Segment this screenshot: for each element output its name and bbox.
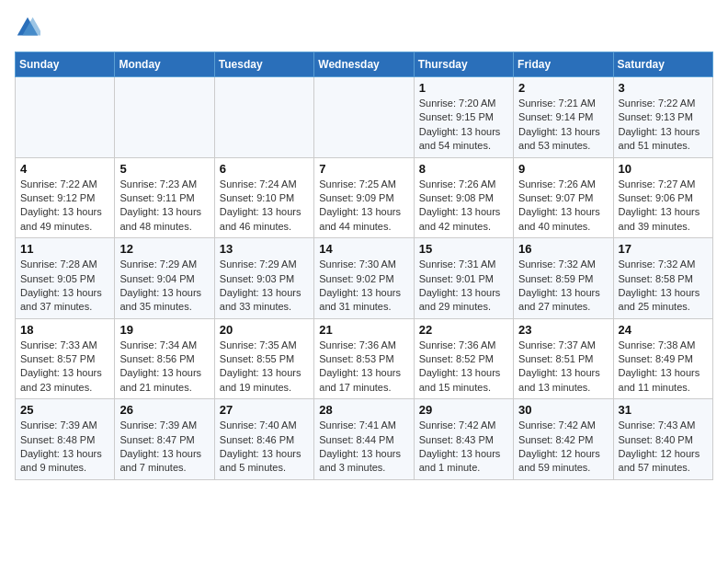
day-number: 6 bbox=[220, 162, 309, 176]
day-number: 10 bbox=[619, 162, 708, 176]
day-number: 5 bbox=[119, 162, 209, 176]
calendar-cell: 31Sunrise: 7:43 AM Sunset: 8:40 PM Dayli… bbox=[613, 399, 712, 480]
day-number: 15 bbox=[419, 242, 508, 256]
calendar-table: SundayMondayTuesdayWednesdayThursdayFrid… bbox=[15, 52, 713, 480]
calendar-cell: 29Sunrise: 7:42 AM Sunset: 8:43 PM Dayli… bbox=[414, 399, 513, 480]
day-info: Sunrise: 7:21 AM Sunset: 9:14 PM Dayligh… bbox=[518, 97, 608, 154]
day-info: Sunrise: 7:40 AM Sunset: 8:46 PM Dayligh… bbox=[220, 419, 309, 476]
calendar-cell: 8Sunrise: 7:26 AM Sunset: 9:08 PM Daylig… bbox=[414, 157, 513, 238]
weekday-header-saturday: Saturday bbox=[613, 52, 712, 77]
day-number: 31 bbox=[619, 403, 708, 417]
day-number: 7 bbox=[319, 162, 408, 176]
day-info: Sunrise: 7:22 AM Sunset: 9:12 PM Dayligh… bbox=[20, 178, 109, 235]
calendar-cell: 17Sunrise: 7:32 AM Sunset: 8:58 PM Dayli… bbox=[613, 238, 712, 319]
day-info: Sunrise: 7:30 AM Sunset: 9:02 PM Dayligh… bbox=[319, 258, 408, 315]
day-number: 13 bbox=[220, 242, 309, 256]
calendar-cell: 27Sunrise: 7:40 AM Sunset: 8:46 PM Dayli… bbox=[214, 399, 313, 480]
calendar-cell: 30Sunrise: 7:42 AM Sunset: 8:42 PM Dayli… bbox=[514, 399, 613, 480]
day-info: Sunrise: 7:27 AM Sunset: 9:06 PM Dayligh… bbox=[619, 178, 708, 235]
calendar-cell: 18Sunrise: 7:33 AM Sunset: 8:57 PM Dayli… bbox=[16, 318, 115, 399]
day-info: Sunrise: 7:43 AM Sunset: 8:40 PM Dayligh… bbox=[619, 419, 708, 476]
calendar-cell: 4Sunrise: 7:22 AM Sunset: 9:12 PM Daylig… bbox=[16, 157, 115, 238]
weekday-header-row: SundayMondayTuesdayWednesdayThursdayFrid… bbox=[16, 52, 713, 77]
day-info: Sunrise: 7:34 AM Sunset: 8:56 PM Dayligh… bbox=[119, 339, 209, 396]
calendar-cell: 12Sunrise: 7:29 AM Sunset: 9:04 PM Dayli… bbox=[115, 238, 214, 319]
day-info: Sunrise: 7:20 AM Sunset: 9:15 PM Dayligh… bbox=[419, 97, 508, 154]
day-info: Sunrise: 7:26 AM Sunset: 9:08 PM Dayligh… bbox=[419, 178, 508, 235]
calendar-week-4: 18Sunrise: 7:33 AM Sunset: 8:57 PM Dayli… bbox=[16, 318, 713, 399]
day-number: 18 bbox=[20, 323, 109, 337]
calendar-week-2: 4Sunrise: 7:22 AM Sunset: 9:12 PM Daylig… bbox=[16, 157, 713, 238]
day-number: 11 bbox=[20, 242, 109, 256]
day-info: Sunrise: 7:29 AM Sunset: 9:03 PM Dayligh… bbox=[220, 258, 309, 315]
calendar-cell bbox=[314, 77, 414, 158]
calendar-cell: 20Sunrise: 7:35 AM Sunset: 8:55 PM Dayli… bbox=[214, 318, 313, 399]
calendar-week-3: 11Sunrise: 7:28 AM Sunset: 9:05 PM Dayli… bbox=[16, 238, 713, 319]
day-info: Sunrise: 7:41 AM Sunset: 8:44 PM Dayligh… bbox=[319, 419, 408, 476]
calendar-cell: 23Sunrise: 7:37 AM Sunset: 8:51 PM Dayli… bbox=[514, 318, 613, 399]
calendar-cell: 28Sunrise: 7:41 AM Sunset: 8:44 PM Dayli… bbox=[314, 399, 414, 480]
calendar-cell: 15Sunrise: 7:31 AM Sunset: 9:01 PM Dayli… bbox=[414, 238, 513, 319]
weekday-header-sunday: Sunday bbox=[16, 52, 115, 77]
calendar-cell: 7Sunrise: 7:25 AM Sunset: 9:09 PM Daylig… bbox=[314, 157, 414, 238]
day-info: Sunrise: 7:25 AM Sunset: 9:09 PM Dayligh… bbox=[319, 178, 408, 235]
day-number: 25 bbox=[20, 403, 109, 417]
day-info: Sunrise: 7:33 AM Sunset: 8:57 PM Dayligh… bbox=[20, 339, 109, 396]
day-number: 22 bbox=[419, 323, 508, 337]
day-info: Sunrise: 7:26 AM Sunset: 9:07 PM Dayligh… bbox=[518, 178, 608, 235]
day-info: Sunrise: 7:42 AM Sunset: 8:42 PM Dayligh… bbox=[518, 419, 608, 476]
day-number: 8 bbox=[419, 162, 508, 176]
day-info: Sunrise: 7:42 AM Sunset: 8:43 PM Dayligh… bbox=[419, 419, 508, 476]
day-number: 30 bbox=[518, 403, 608, 417]
calendar-cell: 24Sunrise: 7:38 AM Sunset: 8:49 PM Dayli… bbox=[613, 318, 712, 399]
day-info: Sunrise: 7:31 AM Sunset: 9:01 PM Dayligh… bbox=[419, 258, 508, 315]
calendar-cell: 16Sunrise: 7:32 AM Sunset: 8:59 PM Dayli… bbox=[514, 238, 613, 319]
calendar-cell bbox=[16, 77, 115, 158]
day-number: 17 bbox=[619, 242, 708, 256]
day-info: Sunrise: 7:39 AM Sunset: 8:47 PM Dayligh… bbox=[119, 419, 209, 476]
calendar-cell: 9Sunrise: 7:26 AM Sunset: 9:07 PM Daylig… bbox=[514, 157, 613, 238]
calendar-cell: 26Sunrise: 7:39 AM Sunset: 8:47 PM Dayli… bbox=[115, 399, 214, 480]
logo bbox=[15, 15, 44, 40]
calendar-week-1: 1Sunrise: 7:20 AM Sunset: 9:15 PM Daylig… bbox=[16, 77, 713, 158]
day-number: 21 bbox=[319, 323, 408, 337]
calendar-cell: 19Sunrise: 7:34 AM Sunset: 8:56 PM Dayli… bbox=[115, 318, 214, 399]
day-number: 24 bbox=[619, 323, 708, 337]
day-info: Sunrise: 7:24 AM Sunset: 9:10 PM Dayligh… bbox=[220, 178, 309, 235]
day-info: Sunrise: 7:35 AM Sunset: 8:55 PM Dayligh… bbox=[220, 339, 309, 396]
day-number: 3 bbox=[619, 81, 708, 95]
weekday-header-tuesday: Tuesday bbox=[214, 52, 313, 77]
day-number: 23 bbox=[518, 323, 608, 337]
calendar-cell bbox=[115, 77, 214, 158]
calendar-cell: 2Sunrise: 7:21 AM Sunset: 9:14 PM Daylig… bbox=[514, 77, 613, 158]
day-info: Sunrise: 7:23 AM Sunset: 9:11 PM Dayligh… bbox=[119, 178, 209, 235]
day-number: 19 bbox=[119, 323, 209, 337]
calendar-cell: 25Sunrise: 7:39 AM Sunset: 8:48 PM Dayli… bbox=[16, 399, 115, 480]
calendar-cell: 13Sunrise: 7:29 AM Sunset: 9:03 PM Dayli… bbox=[214, 238, 313, 319]
calendar-week-5: 25Sunrise: 7:39 AM Sunset: 8:48 PM Dayli… bbox=[16, 399, 713, 480]
calendar-cell: 22Sunrise: 7:36 AM Sunset: 8:52 PM Dayli… bbox=[414, 318, 513, 399]
calendar-cell: 14Sunrise: 7:30 AM Sunset: 9:02 PM Dayli… bbox=[314, 238, 414, 319]
day-info: Sunrise: 7:29 AM Sunset: 9:04 PM Dayligh… bbox=[119, 258, 209, 315]
day-number: 2 bbox=[518, 81, 608, 95]
day-info: Sunrise: 7:36 AM Sunset: 8:52 PM Dayligh… bbox=[419, 339, 508, 396]
day-number: 9 bbox=[518, 162, 608, 176]
day-info: Sunrise: 7:32 AM Sunset: 8:58 PM Dayligh… bbox=[619, 258, 708, 315]
day-number: 27 bbox=[220, 403, 309, 417]
generalblue-logo-icon bbox=[15, 15, 40, 40]
day-number: 26 bbox=[119, 403, 209, 417]
calendar-cell: 5Sunrise: 7:23 AM Sunset: 9:11 PM Daylig… bbox=[115, 157, 214, 238]
calendar-cell: 21Sunrise: 7:36 AM Sunset: 8:53 PM Dayli… bbox=[314, 318, 414, 399]
day-number: 4 bbox=[20, 162, 109, 176]
day-number: 14 bbox=[319, 242, 408, 256]
weekday-header-wednesday: Wednesday bbox=[314, 52, 414, 77]
day-number: 12 bbox=[119, 242, 209, 256]
calendar-cell: 3Sunrise: 7:22 AM Sunset: 9:13 PM Daylig… bbox=[613, 77, 712, 158]
day-info: Sunrise: 7:22 AM Sunset: 9:13 PM Dayligh… bbox=[619, 97, 708, 154]
calendar-cell bbox=[214, 77, 313, 158]
calendar-cell: 6Sunrise: 7:24 AM Sunset: 9:10 PM Daylig… bbox=[214, 157, 313, 238]
day-number: 1 bbox=[419, 81, 508, 95]
weekday-header-thursday: Thursday bbox=[414, 52, 513, 77]
weekday-header-friday: Friday bbox=[514, 52, 613, 77]
calendar-cell: 11Sunrise: 7:28 AM Sunset: 9:05 PM Dayli… bbox=[16, 238, 115, 319]
